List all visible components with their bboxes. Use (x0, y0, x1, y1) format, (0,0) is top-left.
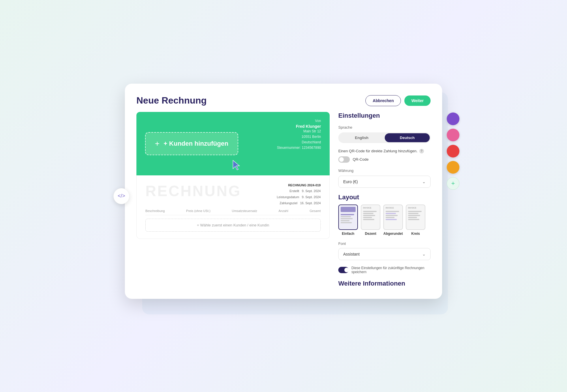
layout-thumb-einfach (338, 205, 358, 230)
due-date-label: Zahlungsziel (280, 201, 298, 205)
currency-value: Euro (€) (343, 179, 358, 184)
add-customer-box[interactable]: + + Kunden hinzufügen (145, 132, 238, 155)
qr-description: Einen QR-Code für direkte Zahlung hinzuf… (338, 149, 418, 153)
layout-option-dezent[interactable]: INVOICE Dezent (361, 205, 380, 236)
qr-help-icon[interactable]: ? (419, 149, 424, 153)
save-settings-toggle[interactable] (338, 267, 349, 273)
invoice-created-row: Erstellt 9. Sept. 2024 (277, 188, 321, 194)
created-label: Erstellt (290, 189, 299, 193)
swatch-red[interactable] (447, 145, 459, 157)
service-date-label: Leistungsdatum (277, 195, 299, 199)
col-description: Beschreibung (145, 209, 165, 213)
qr-help-row: Einen QR-Code für direkte Zahlung hinzuf… (338, 149, 431, 153)
invoice-service-date-row: Leistungsdatum 9. Sept. 2024 (277, 194, 321, 200)
color-swatches: + (447, 112, 459, 190)
white-card: Neue Rechnung Abbrechen Weiter + + Kunde… (125, 84, 442, 299)
from-country: Deutschland (277, 140, 321, 145)
font-value: Assistant (343, 252, 360, 256)
invoice-table-header: Beschreibung Preis (ohne USt.) Umsatzste… (145, 209, 321, 215)
layout-name-abgerundet: Abgerundet (383, 232, 403, 236)
invoice-from-info: Von Fred Klunger Main Str 12 10551 Berli… (277, 119, 321, 151)
font-label: Font (338, 241, 431, 246)
service-date-value: 9. Sept. 2024 (302, 195, 321, 199)
add-customer-text: + Kunden hinzufügen (164, 140, 228, 147)
layout-name-kreis: Kreis (411, 232, 420, 236)
col-total: Gesamt (309, 209, 321, 213)
layout-option-kreis[interactable]: INVOICE Kreis (406, 205, 425, 236)
language-toggle: English Deutsch (338, 132, 431, 143)
invoice-green-header: + + Kunden hinzufügen Von Fred Klunger M… (136, 112, 330, 175)
layout-title: Layout (338, 194, 431, 201)
layout-thumb-kreis: INVOICE (406, 205, 425, 230)
layout-thumb-dezent: INVOICE (361, 205, 380, 230)
qr-toggle[interactable] (338, 156, 350, 163)
due-date-value: 16. Sept. 2024 (300, 201, 321, 205)
invoice-due-date-row: Zahlungsziel 16. Sept. 2024 (277, 200, 321, 206)
layout-options: Einfach INVOICE (338, 205, 431, 236)
layout-name-dezent: Dezent (365, 232, 376, 236)
font-select[interactable]: Assistant ⌄ (338, 248, 431, 260)
swatch-purple[interactable] (447, 112, 459, 125)
font-chevron-icon: ⌄ (422, 252, 426, 256)
from-address-line2: 10551 Berlin (277, 134, 321, 140)
from-tax: Steuernummer: 1234567890 (277, 145, 321, 151)
header-buttons: Abbrechen Weiter (365, 95, 431, 106)
main-container: + </> Neue Rechnung Abbrechen Weiter + (125, 84, 442, 309)
from-address: Main Str 12 10551 Berlin Deutschland Ste… (277, 129, 321, 151)
add-item-row[interactable]: + Wähle zuerst einen Kunden / eine Kundi… (145, 219, 321, 232)
created-value: 9. Sept. 2024 (302, 189, 321, 193)
language-section: Sprache English Deutsch (338, 125, 431, 143)
chevron-down-icon: ⌄ (422, 179, 426, 184)
add-customer-plus-icon: + (155, 139, 159, 148)
font-section: Font Assistant ⌄ (338, 241, 431, 260)
content-area: + + Kunden hinzufügen Von Fred Klunger M… (136, 112, 431, 287)
invoice-preview: + + Kunden hinzufügen Von Fred Klunger M… (136, 112, 330, 239)
code-badge[interactable]: </> (113, 188, 129, 204)
swatch-pink[interactable] (447, 129, 459, 141)
settings-title: Einstellungen (338, 112, 431, 119)
settings-panel: Einstellungen Sprache English Deutsch Ei… (338, 112, 431, 287)
page-title: Neue Rechnung (136, 95, 207, 106)
invoice-number: RECHNUNG 2024-019 (277, 182, 321, 188)
cursor-decoration (232, 160, 241, 171)
save-settings-knob (344, 268, 349, 272)
add-color-button[interactable]: + (447, 177, 459, 190)
from-name: Fred Klunger (277, 124, 321, 129)
language-label: Sprache (338, 125, 431, 130)
page-header: Neue Rechnung Abbrechen Weiter (136, 95, 431, 106)
swatch-orange[interactable] (447, 161, 459, 174)
layout-option-abgerundet[interactable]: INVOICE Abgerundet (383, 205, 403, 236)
invoice-watermark: RECHNUNG (145, 182, 241, 200)
next-button[interactable]: Weiter (404, 95, 431, 106)
layout-option-einfach[interactable]: Einfach (338, 205, 358, 236)
code-icon: </> (118, 193, 125, 199)
layout-thumb-abgerundet: INVOICE (383, 205, 403, 230)
from-address-line1: Main Str 12 (277, 129, 321, 134)
qr-toggle-label: QR-Code (353, 157, 369, 162)
currency-section: Währung Euro (€) ⌄ (338, 168, 431, 188)
save-settings-row: Diese Einstellungen für zukünftige Rechn… (338, 266, 431, 274)
lang-english-button[interactable]: English (339, 133, 384, 142)
save-settings-label: Diese Einstellungen für zukünftige Rechn… (352, 266, 431, 274)
invoice-body: RECHNUNG RECHNUNG 2024-019 Erstellt 9. S… (136, 175, 330, 239)
lang-deutsch-button[interactable]: Deutsch (385, 133, 430, 142)
qr-section: Einen QR-Code für direkte Zahlung hinzuf… (338, 149, 431, 163)
layout-name-einfach: Einfach (342, 232, 354, 236)
currency-select[interactable]: Euro (€) ⌄ (338, 176, 431, 188)
layout-section: Layout Einfach (338, 194, 431, 236)
cancel-button[interactable]: Abbrechen (365, 95, 401, 106)
col-price: Preis (ohne USt.) (186, 209, 210, 213)
more-info-title: Weitere Informationen (338, 280, 431, 287)
from-label: Von (277, 119, 321, 123)
currency-label: Währung (338, 168, 431, 173)
col-tax: Umsatzsteuersatz (232, 209, 257, 213)
qr-toggle-knob (339, 157, 344, 162)
col-quantity: Anzahl (279, 209, 288, 213)
qr-toggle-row: QR-Code (338, 156, 431, 163)
